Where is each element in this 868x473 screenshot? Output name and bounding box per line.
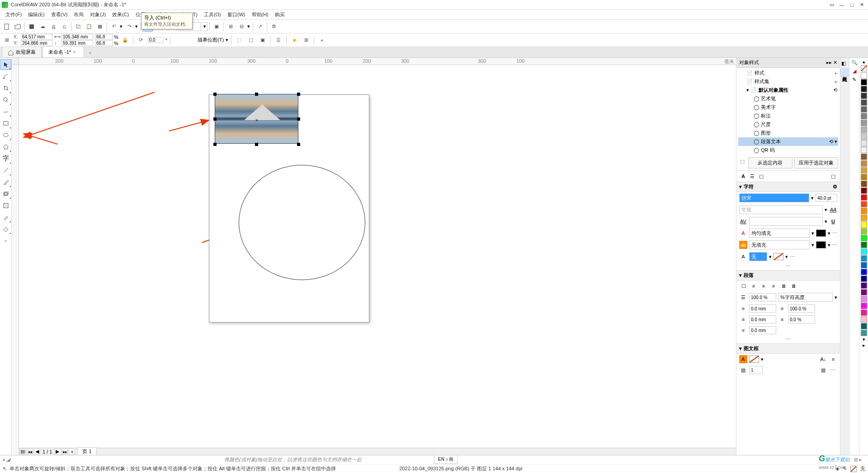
align-left-icon[interactable]: ≡: [749, 282, 758, 290]
color-swatch[interactable]: [861, 323, 867, 329]
language-indicator[interactable]: EN ♪ 简: [434, 455, 458, 464]
docker-styles-icon[interactable]: ◧: [841, 61, 849, 68]
options-button[interactable]: ⚙: [269, 22, 279, 32]
apply-selection-button[interactable]: 应用于选定对象: [794, 157, 839, 169]
tree-stylesets[interactable]: 📄样式集+: [738, 77, 838, 86]
menu-file[interactable]: 文件(F): [3, 10, 24, 19]
cloud-button[interactable]: ☁: [38, 22, 47, 32]
handle-tr[interactable]: [297, 93, 300, 96]
color-swatch[interactable]: [861, 269, 867, 275]
crop-tool[interactable]: [0, 83, 11, 94]
tab-document[interactable]: 未命名 -1* ×: [42, 47, 84, 57]
bgfill-dropdown[interactable]: 无填充: [749, 240, 810, 249]
frame-tab-icon[interactable]: ▢: [757, 172, 765, 180]
palette-toggle-icon[interactable]: ⊞ ▸: [854, 457, 862, 463]
hint-arrow-icon[interactable]: ▸: [3, 457, 5, 463]
first-indent-input[interactable]: [749, 315, 776, 323]
color-swatch[interactable]: [861, 147, 867, 153]
docker-tab-object-styles[interactable]: 对象样式: [840, 69, 849, 77]
text-tool[interactable]: 字: [0, 153, 11, 164]
handle-bm[interactable]: [255, 143, 258, 146]
align-none-icon[interactable]: ☐: [739, 282, 748, 290]
color-swatch[interactable]: [861, 255, 867, 262]
add-page-button[interactable]: +: [69, 449, 75, 455]
kerning-dropdown[interactable]: [749, 217, 823, 226]
valign-icon[interactable]: ≡: [829, 355, 837, 363]
snap2-button[interactable]: ⊟: [236, 22, 246, 32]
tree-graphic[interactable]: ◯图形: [738, 129, 838, 137]
col-more-icon[interactable]: ⋯: [829, 366, 837, 374]
color-swatch[interactable]: [861, 303, 867, 309]
color-swatch[interactable]: [861, 72, 867, 79]
color-swatch[interactable]: [861, 276, 867, 282]
color-swatch[interactable]: [861, 235, 867, 241]
ellipse-tool[interactable]: [0, 130, 11, 140]
origin-icon[interactable]: ⊞: [2, 35, 12, 45]
polygon-tool[interactable]: [0, 141, 11, 152]
font-style-dropdown[interactable]: 常规: [739, 205, 823, 214]
color-swatch[interactable]: [861, 262, 867, 268]
color-swatch[interactable]: [861, 154, 867, 160]
color-swatch[interactable]: [861, 79, 867, 85]
color-swatch[interactable]: [861, 106, 867, 112]
help-button[interactable]: ▭: [827, 1, 836, 9]
save-button[interactable]: [27, 22, 37, 32]
align-justify-icon[interactable]: ≣: [779, 282, 788, 290]
doc-nav-icon[interactable]: ▤: [19, 449, 26, 455]
handle-br[interactable]: [297, 143, 300, 146]
pick-tool[interactable]: [0, 59, 11, 70]
order-icon[interactable]: ◈: [289, 35, 299, 45]
tree-qrcode[interactable]: ◯QR 码: [738, 146, 838, 155]
fill-type-dropdown[interactable]: 均匀填充: [749, 229, 810, 238]
handle-ml[interactable]: [213, 117, 217, 121]
transparency-tool[interactable]: [0, 200, 11, 211]
minimize-button[interactable]: —: [837, 1, 846, 9]
para-tab-icon[interactable]: ☰: [748, 172, 756, 180]
panel-close-icon[interactable]: ▸▸ ✕: [826, 60, 837, 66]
palette-up-icon[interactable]: ▴: [863, 59, 865, 65]
x-input[interactable]: [21, 34, 52, 40]
more-icon[interactable]: ▢: [829, 172, 837, 180]
color-swatch[interactable]: [861, 93, 867, 99]
align-right-icon[interactable]: ≡: [769, 282, 778, 290]
no-color-swatch[interactable]: [861, 65, 867, 71]
menu-object[interactable]: 对象(J): [87, 10, 108, 19]
effects-tool[interactable]: [0, 188, 11, 199]
close-button[interactable]: ✕: [857, 1, 866, 9]
color-swatch[interactable]: [861, 174, 867, 180]
object-styles-header[interactable]: 对象样式 ▸▸ ✕: [736, 58, 840, 68]
add-button[interactable]: +: [317, 35, 327, 45]
lock-ratio-icon[interactable]: 🔒: [120, 35, 130, 45]
print-button[interactable]: 🖨: [48, 22, 58, 32]
new-button[interactable]: [2, 22, 12, 32]
first-page-button[interactable]: ⏮: [27, 449, 33, 455]
bgfill-more-icon[interactable]: ⋯: [832, 242, 837, 248]
menu-buy[interactable]: 购买: [272, 10, 288, 19]
script-icon[interactable]: AA: [829, 206, 837, 214]
menu-effects[interactable]: 效果(C): [109, 10, 132, 19]
handle-tl[interactable]: [213, 93, 217, 96]
font-family-dropdown[interactable]: 仿宋: [739, 193, 809, 202]
scaley-input[interactable]: [95, 40, 113, 46]
handle-mr[interactable]: [297, 117, 300, 121]
menu-tools[interactable]: 工具(O): [201, 10, 224, 19]
paragraph-section-header[interactable]: ▾ 段落: [736, 270, 840, 281]
reset-item-icon[interactable]: ⟲ ▾: [829, 139, 837, 145]
menu-window[interactable]: 窗口(W): [225, 10, 248, 19]
hint-pen-icon[interactable]: ◢: [6, 457, 10, 463]
color-swatch[interactable]: [861, 194, 867, 201]
fill-tool[interactable]: [0, 224, 11, 234]
redo-button[interactable]: ↷: [124, 22, 134, 32]
paste-button[interactable]: 📋: [84, 22, 94, 32]
zoom-tool[interactable]: [0, 94, 11, 105]
group-icon[interactable]: ⊞: [301, 35, 311, 45]
color-swatch[interactable]: [861, 228, 867, 234]
from-selection-button[interactable]: 从选定内容: [748, 157, 793, 169]
settings-icon[interactable]: ⚙: [833, 184, 837, 190]
menu-view[interactable]: 查看(V): [48, 10, 71, 19]
clipboard-button[interactable]: ▦: [95, 22, 105, 32]
menu-edit[interactable]: 编辑(E): [25, 10, 47, 19]
left-margin-input[interactable]: [749, 326, 776, 334]
font-size-input[interactable]: [816, 194, 837, 202]
outline-panel-icon[interactable]: ✎: [852, 77, 856, 83]
